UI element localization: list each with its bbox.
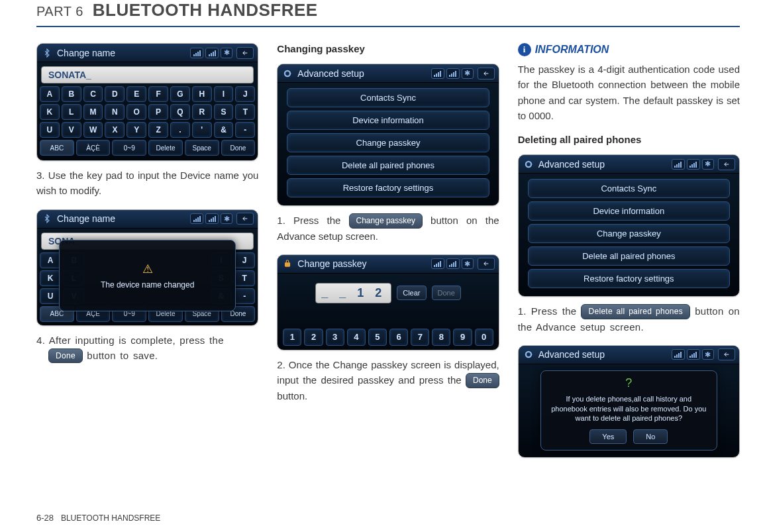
key: T [234, 270, 255, 286]
key[interactable]: R [192, 104, 212, 120]
key[interactable]: Z [148, 122, 168, 138]
key[interactable]: U [40, 122, 60, 138]
menu-change-passkey[interactable]: Change passkey [528, 224, 730, 243]
key[interactable]: C [83, 86, 103, 102]
back-button[interactable] [478, 258, 495, 270]
key[interactable]: E [127, 86, 146, 102]
back-button[interactable] [478, 68, 495, 80]
key-delete[interactable]: Delete [148, 140, 183, 156]
key[interactable]: F [148, 86, 168, 102]
numkey[interactable]: 1 [283, 329, 301, 346]
numkey[interactable]: 4 [347, 329, 366, 346]
key[interactable]: - [235, 122, 255, 138]
signal-icon [205, 213, 219, 224]
menu-restore-factory[interactable]: Restore factory settings [287, 178, 489, 197]
key[interactable]: H [192, 86, 212, 102]
key[interactable]: V [62, 122, 81, 138]
subheading-changing-passkey: Changing passkey [277, 43, 499, 54]
lock-icon [281, 258, 293, 270]
numkey[interactable]: 8 [432, 329, 450, 346]
key[interactable]: J [235, 86, 255, 102]
key[interactable]: O [127, 104, 146, 120]
signal-icon [446, 68, 460, 79]
numkey[interactable]: 2 [304, 329, 323, 346]
signal-icon [687, 349, 700, 360]
column-3: i INFORMATION The passkey is a 4-digit a… [518, 43, 740, 464]
screenshot-title: Advanced setup [538, 349, 605, 360]
passkey-input[interactable]: _ _ 1 2 [315, 283, 391, 303]
key[interactable]: ' [192, 122, 212, 138]
key[interactable]: Y [127, 122, 146, 138]
key: - [234, 288, 255, 304]
back-button[interactable] [718, 158, 735, 170]
settings-icon [281, 68, 293, 80]
menu-device-information[interactable]: Device information [528, 201, 730, 221]
yes-button[interactable]: Yes [589, 429, 627, 444]
bt-status-icon: ✱ [462, 258, 474, 269]
menu-contacts-sync[interactable]: Contacts Sync [287, 88, 489, 107]
screenshot-title: Change name [57, 213, 115, 224]
signal-icon [431, 68, 444, 79]
numkey[interactable]: 0 [475, 329, 493, 346]
numkey[interactable]: 7 [411, 329, 429, 346]
column-2: Changing passkey Advanced setup ✱ [277, 43, 499, 464]
menu-contacts-sync[interactable]: Contacts Sync [528, 179, 730, 198]
key-done[interactable]: Done [221, 140, 256, 156]
key[interactable]: S [214, 104, 234, 120]
key[interactable]: A [40, 86, 60, 102]
key-accents[interactable]: ÀÇÈ [76, 140, 111, 156]
key[interactable]: D [105, 86, 125, 102]
done-button-ref: Done [48, 348, 83, 364]
key[interactable]: K [40, 104, 60, 120]
key[interactable]: G [170, 86, 190, 102]
back-button[interactable] [236, 213, 254, 225]
menu-delete-all-paired[interactable]: Delete all paired phones [528, 246, 730, 266]
no-button[interactable]: No [633, 429, 668, 444]
key[interactable]: L [62, 104, 81, 120]
bt-status-icon: ✱ [702, 159, 714, 170]
device-name-input[interactable]: SONATA_ [41, 66, 254, 83]
numkey[interactable]: 9 [453, 329, 472, 346]
back-button[interactable] [718, 348, 735, 360]
screenshot-title: Change name [57, 48, 115, 58]
key-space[interactable]: Space [185, 140, 219, 156]
key: J [234, 252, 255, 268]
bt-status-icon: ✱ [702, 349, 714, 360]
settings-icon [523, 348, 534, 360]
key-numbers[interactable]: 0~9 [112, 140, 146, 156]
bt-status-icon: ✱ [221, 48, 232, 58]
done-button[interactable]: Done [432, 286, 461, 300]
key[interactable]: M [83, 104, 103, 120]
menu-delete-all-paired[interactable]: Delete all paired phones [287, 156, 489, 175]
information-text: The passkey is a 4-digit authentication … [518, 62, 740, 123]
key[interactable]: T [235, 104, 255, 120]
key[interactable]: W [83, 122, 103, 138]
key[interactable]: Q [170, 104, 190, 120]
numkey[interactable]: 3 [326, 329, 344, 346]
key[interactable]: N [105, 104, 125, 120]
step-4-text: 4. After inputting is complete, press th… [36, 333, 258, 364]
key[interactable]: P [148, 104, 168, 120]
bt-status-icon: ✱ [221, 213, 232, 224]
menu-device-information[interactable]: Device information [287, 111, 489, 130]
key[interactable]: . [170, 122, 190, 138]
menu-restore-factory[interactable]: Restore factory settings [528, 269, 730, 288]
key[interactable]: X [105, 122, 125, 138]
menu-change-passkey[interactable]: Change passkey [287, 133, 489, 152]
bt-status-icon: ✱ [462, 68, 474, 79]
back-button[interactable] [236, 47, 254, 59]
key-abc[interactable]: ABC [40, 140, 74, 156]
clear-button[interactable]: Clear [397, 286, 426, 300]
key: K [40, 270, 61, 286]
settings-icon [523, 158, 534, 170]
signal-icon [446, 258, 460, 269]
warning-icon: ⚠ [142, 262, 153, 276]
numkey[interactable]: 5 [368, 329, 387, 346]
toast-message: The device name changed [101, 280, 194, 290]
signal-icon [672, 349, 685, 360]
numkey[interactable]: 6 [389, 329, 408, 346]
key[interactable]: I [214, 86, 234, 102]
key[interactable]: & [214, 122, 234, 138]
screenshot-advanced-setup: Advanced setup ✱ Contacts Sync Device in… [277, 64, 499, 206]
key[interactable]: B [62, 86, 81, 102]
